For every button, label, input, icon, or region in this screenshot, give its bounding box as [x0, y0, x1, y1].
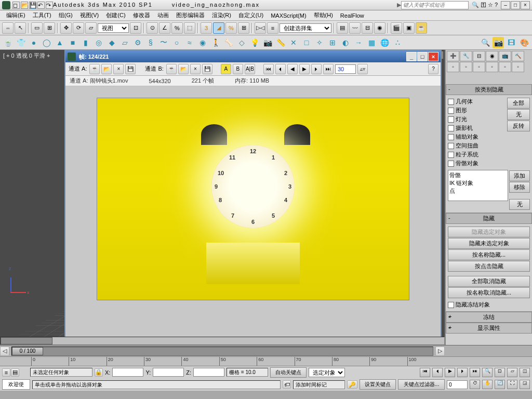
key-icon2[interactable]: 🔑 [347, 380, 357, 389]
time-config-icon[interactable]: ⏱ [470, 380, 480, 389]
freeze-header[interactable]: +冻结 [446, 312, 532, 323]
tab-extra5[interactable]: ▫ [499, 62, 511, 72]
ram-frame-input[interactable] [335, 64, 356, 74]
ram-b-button[interactable]: B [233, 64, 243, 74]
viewport-scrollbar[interactable] [0, 337, 445, 345]
ram-spinner-icon[interactable]: ▵▿ [357, 64, 368, 74]
tab-modify[interactable]: 🔧 [460, 51, 472, 61]
time-ruler[interactable]: 0 10 20 30 40 50 60 70 80 90 100 [0, 356, 532, 366]
menu-animation[interactable]: 动画 [154, 10, 172, 20]
particle-icon[interactable]: ∴ [392, 37, 403, 48]
wave-icon[interactable]: ≈ [184, 37, 195, 48]
window-crossing-icon[interactable]: ⊞ [44, 22, 55, 34]
move-icon[interactable]: ✥ [60, 22, 72, 34]
tab-hierarchy[interactable]: ⊟ [473, 51, 485, 61]
btn-add[interactable]: 添加 [509, 170, 530, 181]
compass-icon[interactable]: ✧ [314, 37, 325, 48]
binoculars-icon[interactable]: 🔍 [472, 2, 479, 8]
btn-hide-byhit[interactable]: 按点击隐藏 [448, 261, 530, 272]
curve-editor-icon[interactable]: 〰 [349, 22, 361, 34]
btn-unhide-all[interactable]: 全部取消隐藏 [448, 276, 530, 287]
cone-icon[interactable]: ▲ [54, 37, 65, 48]
globe-icon[interactable]: 🌐 [379, 37, 390, 48]
btn-hide-unselected[interactable]: 隐藏未选定对象 [448, 238, 530, 249]
nav-orbit-icon[interactable]: 🔄 [495, 380, 505, 389]
filter-header[interactable]: 按类别隐藏 [446, 84, 532, 95]
select-icon[interactable]: ↖ [15, 22, 26, 34]
pyramid-icon[interactable]: ◆ [106, 37, 117, 48]
menu-graph[interactable]: 图形编辑器 [173, 10, 208, 20]
tab-extra6[interactable]: ▫ [512, 62, 524, 72]
point-icon[interactable]: ✕ [288, 37, 299, 48]
tube-icon[interactable]: ◎ [93, 37, 104, 48]
menu-views[interactable]: 视图(V) [77, 10, 102, 20]
rotate-icon[interactable]: ⟳ [73, 22, 84, 34]
hide-header[interactable]: 隐藏 [446, 213, 532, 224]
dummy-icon[interactable]: □ [301, 37, 312, 48]
spring-icon[interactable]: § [145, 37, 156, 48]
light-icon[interactable]: 💡 [249, 37, 260, 48]
chk-helpers[interactable] [448, 134, 454, 140]
arrow-icon[interactable]: → [353, 37, 364, 48]
ring-icon[interactable]: ○ [171, 37, 182, 48]
tab-extra4[interactable]: ▫ [486, 62, 498, 72]
ram-last-icon[interactable]: ⏭ [323, 64, 334, 74]
menu-maxscript[interactable]: MAXScript(M) [268, 11, 309, 20]
btn-remove[interactable]: 移除 [509, 182, 530, 193]
ram-player-titlebar[interactable]: 帧: 124/221 _ □ × [65, 51, 441, 62]
close-button[interactable]: × [521, 1, 530, 9]
material-icon[interactable]: ◉ [374, 22, 385, 34]
camera2-icon[interactable]: 📷 [493, 37, 504, 48]
ram-folder-b-icon[interactable]: 📂 [178, 64, 189, 74]
chk-cameras[interactable] [448, 125, 454, 131]
z-input[interactable] [193, 368, 224, 377]
minimize-button[interactable]: – [501, 1, 510, 9]
maximize-button[interactable]: □ [511, 1, 520, 9]
nav-minmax-icon[interactable]: ⛶ [507, 380, 517, 389]
ram-prev-icon[interactable]: ⏴ [275, 64, 286, 74]
link-icon[interactable]: ⎓ [2, 22, 14, 34]
redo-icon[interactable]: ↷ [46, 2, 53, 9]
menu-modifiers[interactable]: 修改器 [130, 10, 153, 20]
tab-extra3[interactable]: ▫ [473, 62, 485, 72]
named-sel-icon[interactable]: 3 [201, 22, 212, 34]
torus-icon[interactable]: ◯ [41, 37, 52, 48]
time-slider-thumb[interactable]: 0 / 100 [12, 347, 43, 355]
render-setup-icon[interactable]: 🎬 [391, 22, 402, 34]
tab-motion[interactable]: ◉ [486, 51, 498, 61]
ram-playback-icon[interactable]: ◀ [287, 64, 298, 74]
display-props-header[interactable]: +显示属性 [446, 323, 532, 334]
magnify-icon[interactable]: 🔍 [480, 37, 491, 48]
ram-maximize-button[interactable]: □ [417, 52, 428, 61]
keyfilter-button[interactable]: 关键点过滤器... [398, 379, 445, 390]
ram-play-icon[interactable]: ▶ [299, 64, 310, 74]
menu-group[interactable]: 组(G) [56, 10, 76, 20]
btn-hide-byname[interactable]: 按名称隐藏... [448, 249, 530, 260]
lock-icon[interactable]: 🔒 [95, 368, 103, 377]
goto-start-icon[interactable]: ⏮ [420, 368, 430, 377]
btn-none[interactable]: 无 [507, 109, 530, 120]
rect-select-icon[interactable]: ▭ [31, 22, 43, 34]
chk-hide-frozen[interactable] [448, 302, 454, 308]
chk-shapes[interactable] [448, 108, 454, 114]
plane-icon[interactable]: ▱ [119, 37, 130, 48]
menu-edit[interactable]: 编辑(E) [3, 10, 29, 20]
ram-help-icon[interactable]: ? [428, 64, 438, 74]
ref-coord-combo[interactable]: 视图 [98, 23, 129, 33]
align-icon[interactable]: ≡ [267, 22, 278, 34]
menu-help[interactable]: 帮助(H) [311, 10, 336, 20]
btn-all[interactable]: 全部 [507, 98, 530, 109]
layer-icon[interactable]: ▤ [337, 22, 348, 34]
goto-end-icon[interactable]: ⏭ [470, 368, 480, 377]
chk-lights[interactable] [448, 116, 454, 123]
camera-icon[interactable]: 📷 [262, 37, 273, 48]
chk-spacewarps[interactable] [448, 143, 454, 149]
help-icon[interactable]: ? [495, 2, 498, 8]
tshirt-icon[interactable]: 👕 [15, 37, 26, 48]
biped-icon[interactable]: 🚶 [210, 37, 221, 48]
percent-icon[interactable]: % [225, 22, 237, 34]
tab-extra2[interactable]: ▫ [460, 62, 472, 72]
time-next-icon[interactable]: ▷ [435, 347, 445, 356]
btn-none2[interactable]: 无 [509, 199, 530, 210]
x-input[interactable] [112, 368, 143, 377]
